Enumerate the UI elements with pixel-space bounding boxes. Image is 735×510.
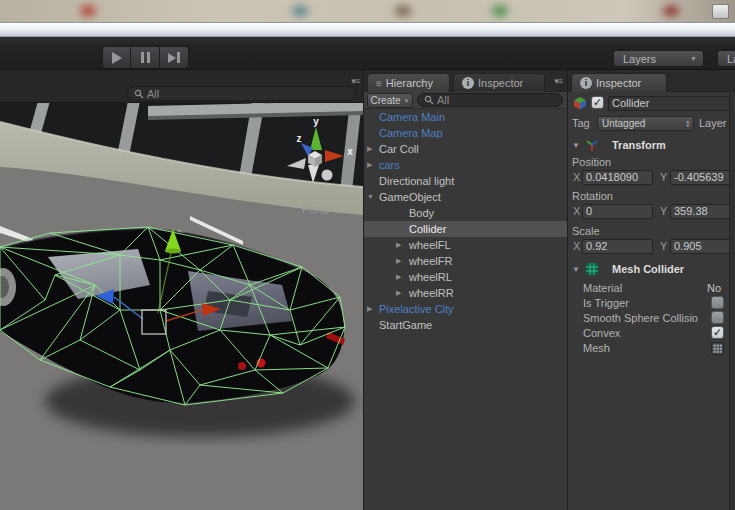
hierarchy-item-camera-main[interactable]: Camera Main xyxy=(364,109,567,125)
position-label: Position xyxy=(572,156,611,168)
search-icon xyxy=(424,95,434,105)
hierarchy-item-wheelfl[interactable]: ▶wheelFL xyxy=(364,237,567,253)
scale-label: Scale xyxy=(572,225,600,237)
chevron-right-icon[interactable]: ▶ xyxy=(367,305,372,313)
enabled-checkbox[interactable]: ✓ xyxy=(591,96,604,109)
hierarchy-item-wheelfr[interactable]: ▶wheelFR xyxy=(364,253,567,269)
scene-search[interactable] xyxy=(127,86,356,101)
inspector-panel: i Inspector ✓ Collider Tag Untagged ▴▾ L… xyxy=(568,70,735,510)
hierarchy-item-directional-light[interactable]: Directional light xyxy=(364,173,567,189)
chevron-right-icon[interactable]: ▶ xyxy=(367,145,372,153)
y-axis-label: Y xyxy=(660,205,667,217)
chevron-right-icon[interactable]: ▶ xyxy=(396,241,401,249)
convex-checkbox[interactable]: ✓ xyxy=(711,326,724,339)
scene-topbar: ▾≡ xyxy=(0,70,363,103)
hierarchy-item-collider[interactable]: Collider xyxy=(364,221,567,237)
inspector-object-header: ✓ Collider xyxy=(568,95,735,111)
scrollbar-button xyxy=(712,4,729,19)
chevron-right-icon[interactable]: ▶ xyxy=(396,257,401,265)
step-button[interactable] xyxy=(160,46,189,69)
rotation-x-field[interactable]: 0 xyxy=(582,204,653,219)
hierarchy-search[interactable] xyxy=(417,93,563,107)
chevron-right-icon[interactable]: ▶ xyxy=(367,161,372,169)
tab-inspector[interactable]: i Inspector xyxy=(571,73,667,92)
hierarchy-item-camera-map[interactable]: Camera Map xyxy=(364,125,567,141)
chevron-down-icon[interactable]: ▼ xyxy=(572,141,580,150)
create-label: Create xyxy=(371,95,401,106)
material-row: Material No xyxy=(568,280,735,296)
pane-menu-icon[interactable]: ▾≡ xyxy=(351,76,359,86)
transform-title: Transform xyxy=(612,139,666,151)
position-y-field[interactable]: -0.405639 xyxy=(670,170,734,185)
hierarchy-item-car-coll[interactable]: ▶Car Coll xyxy=(364,141,567,157)
dropdown-arrows-icon: ▴▾ xyxy=(686,119,689,127)
rotation-row: X 0 Y 359.38 xyxy=(568,203,735,219)
is-trigger-checkbox[interactable] xyxy=(711,296,724,309)
tab-hierarchy[interactable]: ≡ Hierarchy xyxy=(367,73,450,92)
material-label: Material xyxy=(583,282,622,294)
mesh-collider-header[interactable]: ▼ Mesh Collider xyxy=(568,260,735,278)
x-axis-label: X xyxy=(573,205,580,217)
gameobject-cube-icon xyxy=(573,96,587,110)
convex-row: Convex ✓ xyxy=(568,325,735,341)
play-icon xyxy=(112,52,122,64)
is-trigger-row: Is Trigger xyxy=(568,295,735,311)
hierarchy-item-startgame[interactable]: StartGame xyxy=(364,317,567,333)
layers-dropdown[interactable]: Layers ▼ xyxy=(613,50,704,67)
mesh-label: Mesh xyxy=(583,342,610,354)
pause-button[interactable] xyxy=(131,46,160,69)
chevron-down-icon: ▼ xyxy=(404,98,410,104)
gizmo-x-label: x xyxy=(347,146,353,157)
tab-inspector-docked[interactable]: i Inspector xyxy=(453,73,545,92)
chevron-right-icon[interactable]: ▶ xyxy=(396,289,401,297)
mesh-row: Mesh xyxy=(568,340,735,356)
blur-blob xyxy=(80,6,96,16)
hierarchy-item-wheelrl[interactable]: ▶wheelRL xyxy=(364,269,567,285)
blur-blob xyxy=(292,6,308,16)
tag-layer-row: Tag Untagged ▴▾ Layer xyxy=(568,115,735,131)
chevron-down-icon[interactable]: ▼ xyxy=(572,265,580,274)
hierarchy-createbar: Create ▼ xyxy=(364,92,567,109)
scene-search-input[interactable] xyxy=(147,88,349,100)
hierarchy-item-body[interactable]: Body xyxy=(364,205,567,221)
transform-axes-icon xyxy=(585,138,599,152)
blur-blob xyxy=(492,6,508,16)
tab-inspector-label: Inspector xyxy=(596,77,641,89)
transform-header[interactable]: ▼ Transform xyxy=(568,136,735,154)
smooth-sphere-checkbox[interactable] xyxy=(711,311,724,324)
scale-x-field[interactable]: 0.92 xyxy=(582,239,653,254)
mesh-collider-title: Mesh Collider xyxy=(612,263,684,275)
hierarchy-item-wheelrr[interactable]: ▶wheelRR xyxy=(364,285,567,301)
object-name-field[interactable]: Collider xyxy=(608,96,734,111)
inspector-scrollbar-track[interactable] xyxy=(729,92,735,510)
tab-hierarchy-label: Hierarchy xyxy=(386,77,433,89)
material-value[interactable]: No xyxy=(707,282,721,294)
chevron-right-icon[interactable]: ▶ xyxy=(396,273,401,281)
mesh-picker-icon[interactable] xyxy=(711,342,724,355)
blur-blob xyxy=(395,6,411,16)
scale-y-field[interactable]: 0.905 xyxy=(670,239,734,254)
hierarchy-item-pixelactive-city[interactable]: ▶Pixelactive City xyxy=(364,301,567,317)
hierarchy-item-gameobject[interactable]: ▼GameObject xyxy=(364,189,567,205)
hierarchy-search-input[interactable] xyxy=(437,94,556,106)
layout-label: La xyxy=(727,53,735,65)
tag-dropdown[interactable]: Untagged ▴▾ xyxy=(597,116,694,131)
scale-row: X 0.92 Y 0.905 xyxy=(568,238,735,254)
chevron-down-icon[interactable]: ▼ xyxy=(367,193,374,200)
unity-editor-window: Layers ▼ La ▾≡ xyxy=(0,0,735,510)
layers-label: Layers xyxy=(623,53,656,65)
persp-label[interactable]: Persp xyxy=(302,203,331,215)
smooth-sphere-row: Smooth Sphere Collisio xyxy=(568,310,735,326)
rotation-y-field[interactable]: 359.38 xyxy=(670,204,734,219)
play-button[interactable] xyxy=(102,46,131,69)
create-button[interactable]: Create ▼ xyxy=(367,93,413,108)
layout-dropdown[interactable]: La xyxy=(717,50,735,67)
x-axis-label: X xyxy=(573,240,580,252)
pause-icon xyxy=(141,52,150,63)
scene-viewport[interactable]: y z x Persp xyxy=(0,103,363,510)
hierarchy-item-cars[interactable]: ▶cars xyxy=(364,157,567,173)
x-axis-label: X xyxy=(573,171,580,183)
blur-blob xyxy=(663,6,679,16)
position-x-field[interactable]: 0.0418090 xyxy=(582,170,653,185)
pane-menu-icon[interactable]: ▾≡ xyxy=(554,76,562,86)
